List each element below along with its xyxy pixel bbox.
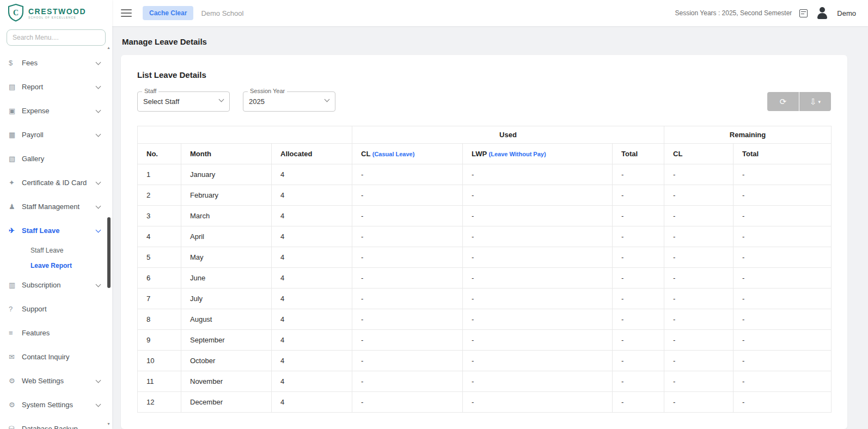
refresh-button[interactable]: ⟳ — [767, 92, 799, 111]
table-cell: - — [463, 351, 613, 371]
chevron-down-icon — [96, 204, 101, 209]
sidebar-item-system-settings[interactable]: ⚙System Settings — [0, 393, 112, 417]
brand-logo: C CRESTWOOD SCHOOL OF EXCELLENCE — [0, 0, 112, 26]
table-cell: - — [352, 309, 463, 330]
table-row: 8August4----- — [138, 309, 832, 330]
table-cell: - — [664, 226, 733, 247]
sidebar-subitem-staff-leave[interactable]: Staff Leave — [0, 243, 112, 258]
session-year-select[interactable]: 2025 — [243, 91, 335, 112]
chevron-down-icon — [96, 228, 101, 233]
table-cell: - — [463, 309, 613, 330]
sidebar-scrollbar[interactable]: ▲ ▼ — [106, 46, 112, 426]
table-cell: June — [181, 268, 272, 289]
sidebar-item-label: Web Settings — [22, 377, 96, 385]
table-cell: - — [463, 392, 613, 413]
table-cell: - — [352, 289, 463, 309]
table-cell: - — [664, 289, 733, 309]
sidebar-item-database-backup[interactable]: ⛁Database Backup — [0, 417, 112, 429]
cache-clear-button[interactable]: Cache Clear — [143, 6, 193, 20]
sidebar-item-gallery[interactable]: ▧Gallery — [0, 147, 112, 171]
table-cell: - — [664, 351, 733, 371]
staff-leave-icon: ✈ — [9, 226, 22, 235]
column-header-total: Total — [613, 144, 664, 164]
scroll-down-icon[interactable]: ▼ — [107, 422, 111, 426]
chevron-down-icon — [96, 132, 101, 137]
school-name: Demo School — [201, 9, 243, 17]
table-cell: 4 — [272, 351, 352, 371]
sidebar-item-features[interactable]: ≡Features — [0, 321, 112, 345]
staff-filter-label: Staff — [142, 88, 158, 94]
sidebar-nav: $Fees▤Report▣Expense▦Payroll▧Gallery✦Cer… — [0, 51, 112, 429]
certificate-icon: ✦ — [9, 179, 22, 187]
sidebar-item-contact-inquiry[interactable]: ✉Contact Inquiry — [0, 345, 112, 369]
table-cell: 4 — [272, 185, 352, 206]
table-cell: - — [733, 247, 832, 268]
table-cell: - — [733, 330, 832, 351]
table-cell: - — [733, 289, 832, 309]
table-cell: - — [733, 351, 832, 371]
sidebar-subitem-leave-report[interactable]: Leave Report — [0, 258, 112, 273]
table-cell: 7 — [138, 289, 181, 309]
user-name: Demo — [837, 9, 856, 17]
table-cell: 1 — [138, 164, 181, 185]
table-row: 7July4----- — [138, 289, 832, 309]
table-header-row: No.MonthAllocatedCL (Casual Leave)LWP (L… — [138, 144, 832, 164]
table-cell: - — [664, 268, 733, 289]
table-cell: 4 — [272, 247, 352, 268]
sidebar-item-fees[interactable]: $Fees — [0, 51, 112, 75]
sidebar-item-report[interactable]: ▤Report — [0, 75, 112, 99]
sidebar-item-certificate-id-card[interactable]: ✦Certificate & ID Card — [0, 171, 112, 195]
table-cell: August — [181, 309, 272, 330]
contact-inquiry-icon: ✉ — [9, 353, 22, 361]
gallery-icon: ▧ — [9, 155, 22, 163]
table-cell: - — [613, 330, 664, 351]
table-cell: - — [613, 392, 664, 413]
table-cell: - — [664, 206, 733, 226]
search-input[interactable] — [7, 29, 106, 46]
column-header-cl: CL — [664, 144, 733, 164]
table-cell: November — [181, 371, 272, 392]
table-cell: 5 — [138, 247, 181, 268]
table-row: 4April4----- — [138, 226, 832, 247]
table-cell: - — [463, 226, 613, 247]
table-cell: 4 — [272, 371, 352, 392]
table-cell: - — [664, 392, 733, 413]
table-body: 1January4-----2February4-----3March4----… — [138, 164, 832, 413]
sidebar-item-payroll[interactable]: ▦Payroll — [0, 123, 112, 147]
sidebar-item-web-settings[interactable]: ⚙Web Settings — [0, 369, 112, 393]
table-cell: February — [181, 185, 272, 206]
table-row: 12December4----- — [138, 392, 832, 413]
chevron-down-icon — [96, 60, 101, 65]
table-cell: - — [352, 351, 463, 371]
sidebar-item-label: Certificate & ID Card — [22, 179, 96, 187]
download-icon: ⇩ — [810, 97, 817, 107]
sidebar-item-support[interactable]: ?Support — [0, 297, 112, 321]
staff-select[interactable]: Select Staff — [137, 91, 230, 112]
sidebar-item-staff-leave[interactable]: ✈Staff Leave — [0, 219, 112, 243]
table-cell: May — [181, 247, 272, 268]
export-button[interactable]: ⇩ ▾ — [799, 92, 831, 111]
table-row: 1January4----- — [138, 164, 832, 185]
scroll-up-icon[interactable]: ▲ — [107, 46, 111, 50]
table-cell: - — [613, 247, 664, 268]
table-cell: - — [613, 289, 664, 309]
table-cell: - — [352, 226, 463, 247]
user-avatar-icon[interactable] — [815, 6, 829, 20]
sidebar-item-label: Subscription — [22, 281, 96, 290]
table-cell: - — [613, 309, 664, 330]
table-group-row: UsedRemaining — [138, 126, 832, 144]
payroll-icon: ▦ — [9, 131, 22, 139]
table-cell: - — [613, 164, 664, 185]
chevron-down-icon — [96, 84, 101, 89]
sidebar-item-subscription[interactable]: ▥Subscription — [0, 273, 112, 297]
hamburger-menu-icon[interactable] — [121, 9, 132, 17]
sidebar-item-staff-management[interactable]: ♟Staff Management — [0, 195, 112, 219]
scrollbar-thumb[interactable] — [107, 217, 111, 288]
support-icon: ? — [9, 305, 22, 314]
sidebar-item-label: Staff Leave — [22, 226, 96, 235]
table-cell: January — [181, 164, 272, 185]
sidebar-item-expense[interactable]: ▣Expense — [0, 99, 112, 123]
table-cell: March — [181, 206, 272, 226]
table-cell: 4 — [272, 226, 352, 247]
table-cell: - — [352, 164, 463, 185]
